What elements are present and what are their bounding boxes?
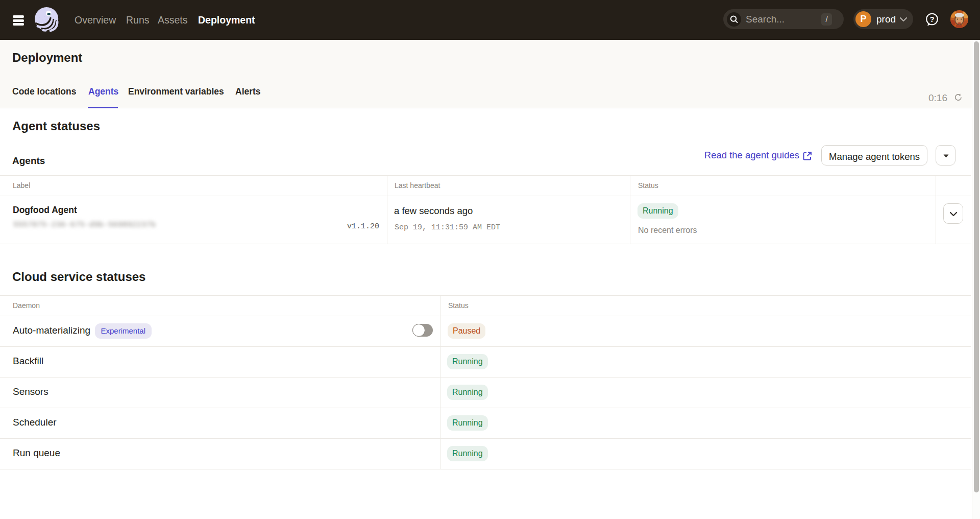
- svg-text:?: ?: [929, 15, 934, 23]
